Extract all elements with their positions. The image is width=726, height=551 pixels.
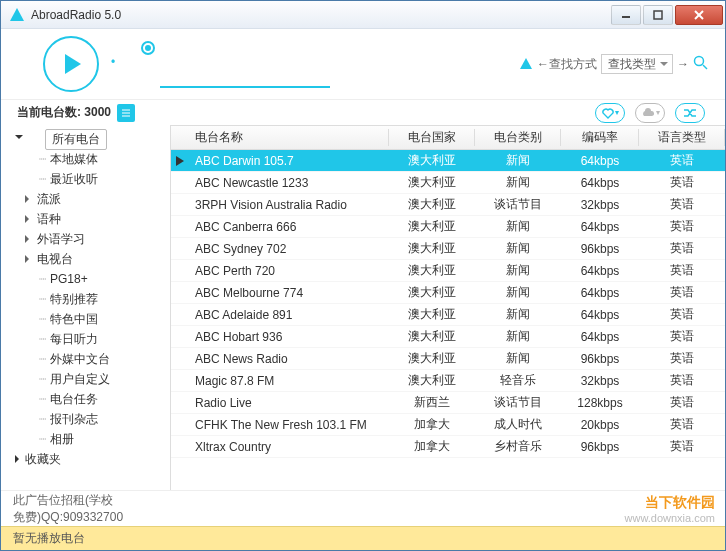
sidebar-item[interactable]: ┈最近收听: [1, 169, 170, 189]
sidebar-item-label: 特别推荐: [50, 291, 98, 308]
play-button[interactable]: [43, 36, 99, 92]
cell-country: 澳大利亚: [389, 152, 475, 169]
sidebar-item[interactable]: ┈特别推荐: [1, 289, 170, 309]
sidebar-item[interactable]: ┈PG18+: [1, 269, 170, 289]
cell-category: 乡村音乐: [475, 438, 561, 455]
svg-marker-6: [520, 58, 532, 69]
cloud-sync-button[interactable]: ▾: [635, 103, 665, 123]
cell-name: Radio Live: [189, 396, 389, 410]
sidebar-item[interactable]: ┈每日听力: [1, 329, 170, 349]
cell-country: 澳大利亚: [389, 196, 475, 213]
sidebar-item[interactable]: ┈相册: [1, 429, 170, 449]
sidebar-item-label: PG18+: [50, 272, 88, 286]
table-row[interactable]: 3RPH Vision Australia Radio澳大利亚谈话节目32kbp…: [171, 194, 725, 216]
sidebar-root-fav-label: 收藏夹: [25, 451, 61, 468]
cell-category: 新闻: [475, 174, 561, 191]
search-area: ←查找方式 查找类型 →: [519, 54, 709, 74]
cell-lang: 英语: [639, 174, 725, 191]
window-title: AbroadRadio 5.0: [31, 8, 609, 22]
sidebar-item[interactable]: 电视台: [1, 249, 170, 269]
cell-name: Magic 87.8 FM: [189, 374, 389, 388]
cell-name: ABC Adelaide 891: [189, 308, 389, 322]
sidebar-item-label: 外媒中文台: [50, 351, 110, 368]
shuffle-button[interactable]: [675, 103, 705, 123]
favorite-toggle[interactable]: ▾: [595, 103, 625, 123]
table-body[interactable]: ABC Darwin 105.7澳大利亚新闻64kbps英语ABC Newcas…: [171, 150, 725, 490]
ad-text: 此广告位招租(学校 免费)QQ:909332700: [13, 492, 123, 526]
col-name[interactable]: 电台名称: [189, 129, 389, 146]
cell-name: ABC Sydney 702: [189, 242, 389, 256]
search-icon[interactable]: [693, 55, 709, 74]
sidebar-root-fav[interactable]: 收藏夹: [1, 449, 170, 469]
sidebar-item[interactable]: 语种: [1, 209, 170, 229]
col-lang[interactable]: 语言类型: [639, 129, 725, 146]
cell-rate: 32kbps: [561, 198, 639, 212]
sidebar-item-label: 电视台: [37, 251, 73, 268]
sidebar-item-label: 电台任务: [50, 391, 98, 408]
sidebar-item[interactable]: ┈外媒中文台: [1, 349, 170, 369]
sidebar-item-label: 流派: [37, 191, 61, 208]
table-row[interactable]: ABC Adelaide 891澳大利亚新闻64kbps英语: [171, 304, 725, 326]
close-button[interactable]: [675, 5, 723, 25]
col-country[interactable]: 电台国家: [389, 129, 475, 146]
toolbar: • ←查找方式 查找类型 →: [1, 29, 725, 99]
main-area: 所有电台 ┈本地媒体┈最近收听流派语种外语学习电视台┈PG18+┈特别推荐┈特色…: [1, 125, 725, 490]
cell-name: ABC Perth 720: [189, 264, 389, 278]
table-row[interactable]: ABC News Radio澳大利亚新闻96kbps英语: [171, 348, 725, 370]
sidebar-item[interactable]: ┈电台任务: [1, 389, 170, 409]
table-row[interactable]: Magic 87.8 FM澳大利亚轻音乐32kbps英语: [171, 370, 725, 392]
app-icon: [9, 7, 25, 23]
cell-lang: 英语: [639, 416, 725, 433]
cell-lang: 英语: [639, 196, 725, 213]
sidebar-item[interactable]: 流派: [1, 189, 170, 209]
minimize-button[interactable]: [611, 5, 641, 25]
maximize-button[interactable]: [643, 5, 673, 25]
ad-bar: 此广告位招租(学校 免费)QQ:909332700 当下软件园 www.down…: [1, 490, 725, 526]
table-row[interactable]: ABC Melbourne 774澳大利亚新闻64kbps英语: [171, 282, 725, 304]
cell-country: 澳大利亚: [389, 240, 475, 257]
sidebar-item[interactable]: ┈用户自定义: [1, 369, 170, 389]
cell-country: 澳大利亚: [389, 306, 475, 323]
cell-rate: 64kbps: [561, 330, 639, 344]
sidebar-item[interactable]: 外语学习: [1, 229, 170, 249]
cell-name: ABC Newcastle 1233: [189, 176, 389, 190]
table-row[interactable]: ABC Perth 720澳大利亚新闻64kbps英语: [171, 260, 725, 282]
table-row[interactable]: Xltrax Country加拿大乡村音乐96kbps英语: [171, 436, 725, 458]
sidebar-root-all[interactable]: 所有电台: [1, 129, 170, 149]
record-button[interactable]: [141, 41, 155, 55]
search-mode-label: ←查找方式: [537, 56, 597, 73]
table-row[interactable]: CFHK The New Fresh 103.1 FM加拿大成人时代20kbps…: [171, 414, 725, 436]
table-row[interactable]: ABC Newcastle 1233澳大利亚新闻64kbps英语: [171, 172, 725, 194]
cell-rate: 64kbps: [561, 264, 639, 278]
table-row[interactable]: ABC Sydney 702澳大利亚新闻96kbps英语: [171, 238, 725, 260]
app-window: AbroadRadio 5.0 • ←查找方式 查找类型 → 当前电台数: 30…: [0, 0, 726, 551]
list-view-icon[interactable]: [117, 104, 135, 122]
cell-country: 澳大利亚: [389, 218, 475, 235]
table-row[interactable]: Radio Live新西兰谈话节目128kbps英语: [171, 392, 725, 414]
cell-category: 新闻: [475, 284, 561, 301]
cell-rate: 64kbps: [561, 286, 639, 300]
cell-category: 轻音乐: [475, 372, 561, 389]
sidebar[interactable]: 所有电台 ┈本地媒体┈最近收听流派语种外语学习电视台┈PG18+┈特别推荐┈特色…: [1, 125, 171, 490]
sidebar-item[interactable]: ┈报刊杂志: [1, 409, 170, 429]
titlebar: AbroadRadio 5.0: [1, 1, 725, 29]
cell-category: 新闻: [475, 306, 561, 323]
watermark-brand: 当下软件园: [645, 494, 715, 512]
table-row[interactable]: ABC Hobart 936澳大利亚新闻64kbps英语: [171, 326, 725, 348]
cell-lang: 英语: [639, 240, 725, 257]
sidebar-item[interactable]: ┈特色中国: [1, 309, 170, 329]
station-table: 电台名称 电台国家 电台类别 编码率 语言类型 ABC Darwin 105.7…: [171, 125, 725, 490]
search-type-value: 查找类型: [608, 56, 656, 73]
cell-name: Xltrax Country: [189, 440, 389, 454]
sidebar-item-label: 本地媒体: [50, 151, 98, 168]
cell-lang: 英语: [639, 438, 725, 455]
svg-point-7: [695, 56, 704, 65]
search-type-combo[interactable]: 查找类型: [601, 54, 673, 74]
sidebar-item[interactable]: ┈本地媒体: [1, 149, 170, 169]
cell-rate: 64kbps: [561, 176, 639, 190]
cell-name: ABC News Radio: [189, 352, 389, 366]
table-row[interactable]: ABC Canberra 666澳大利亚新闻64kbps英语: [171, 216, 725, 238]
col-category[interactable]: 电台类别: [475, 129, 561, 146]
col-rate[interactable]: 编码率: [561, 129, 639, 146]
table-row[interactable]: ABC Darwin 105.7澳大利亚新闻64kbps英语: [171, 150, 725, 172]
